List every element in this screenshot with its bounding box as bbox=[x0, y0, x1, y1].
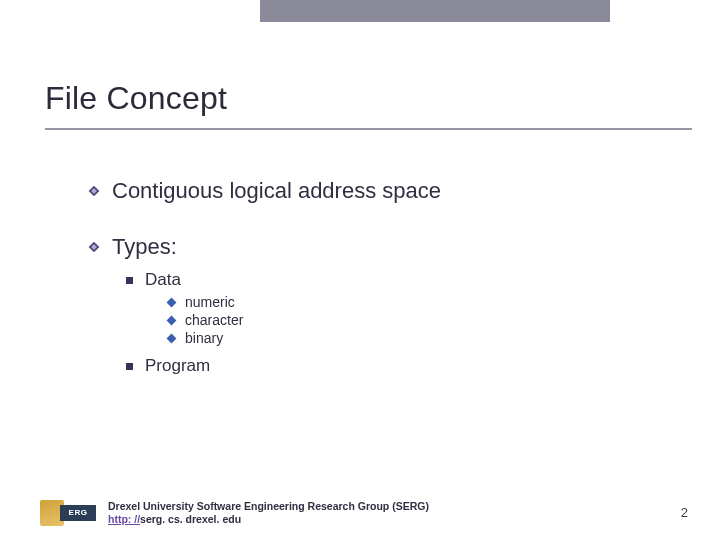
bullet-text: Program bbox=[145, 356, 210, 376]
bullet-text: Contiguous logical address space bbox=[112, 178, 441, 204]
bullet-text: numeric bbox=[185, 294, 235, 310]
small-diamond-bullet-icon bbox=[167, 333, 177, 343]
square-bullet-icon bbox=[126, 363, 133, 370]
bullet-text: Types: bbox=[112, 234, 177, 260]
footer-org: Drexel University Software Engineering R… bbox=[108, 500, 429, 512]
logo-text: ERG bbox=[60, 505, 96, 521]
diamond-bullet-icon bbox=[88, 185, 100, 197]
bullet-level3: binary bbox=[168, 330, 680, 346]
slide-title-wrap: File Concept bbox=[45, 80, 680, 117]
page-number: 2 bbox=[681, 505, 692, 520]
header-accent-bar bbox=[260, 0, 610, 22]
footer-link-prefix: http: // bbox=[108, 513, 140, 525]
small-diamond-bullet-icon bbox=[167, 315, 177, 325]
footer-text: Drexel University Software Engineering R… bbox=[108, 500, 681, 526]
bullet-level3: numeric bbox=[168, 294, 680, 310]
bullet-level1: Contiguous logical address space bbox=[88, 178, 680, 204]
bullet-level1: Types: bbox=[88, 234, 680, 260]
serg-logo: ERG bbox=[40, 500, 96, 526]
bullet-level2: Data bbox=[126, 270, 680, 290]
slide-body: Contiguous logical address space Types: … bbox=[88, 170, 680, 380]
slide-footer: ERG Drexel University Software Engineeri… bbox=[40, 500, 692, 526]
footer-link-rest: serg. cs. drexel. edu bbox=[140, 513, 241, 525]
small-diamond-bullet-icon bbox=[167, 297, 177, 307]
bullet-level2: Program bbox=[126, 356, 680, 376]
bullet-text: Data bbox=[145, 270, 181, 290]
footer-link[interactable]: http: // bbox=[108, 513, 140, 525]
diamond-bullet-icon bbox=[88, 241, 100, 253]
title-underline bbox=[45, 128, 692, 130]
bullet-level3: character bbox=[168, 312, 680, 328]
slide-title: File Concept bbox=[45, 80, 680, 117]
square-bullet-icon bbox=[126, 277, 133, 284]
bullet-text: binary bbox=[185, 330, 223, 346]
bullet-text: character bbox=[185, 312, 243, 328]
